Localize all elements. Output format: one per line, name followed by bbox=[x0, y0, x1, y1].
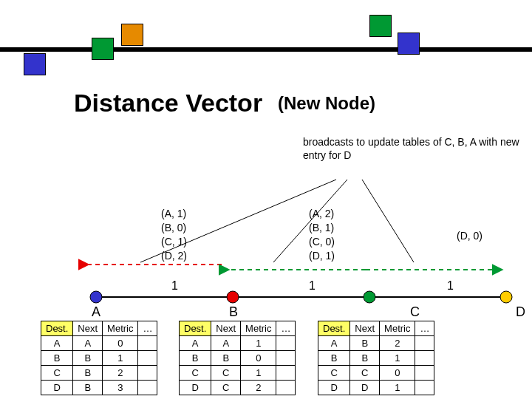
th-dest: Dest. bbox=[318, 321, 350, 336]
table-row: CC1 bbox=[180, 366, 296, 381]
page-subtitle: (New Node) bbox=[278, 93, 375, 114]
table-row: AB2 bbox=[318, 336, 434, 351]
th-more: … bbox=[276, 321, 296, 336]
table-row: BB1 bbox=[318, 351, 434, 366]
description-text-content: broadcasts to update tables of C, B, A w… bbox=[303, 136, 519, 161]
logo-square-green-2 bbox=[369, 15, 392, 37]
vector-list-C: (A, 2) (B, 1) (C, 0) (D, 1) bbox=[309, 207, 335, 263]
table-row: DD1 bbox=[318, 381, 434, 395]
vector-B-0: (A, 1) bbox=[161, 207, 187, 221]
vector-C-3: (D, 1) bbox=[309, 249, 335, 263]
node-label-B: B bbox=[229, 304, 238, 320]
table-row: CC0 bbox=[318, 366, 434, 381]
vector-list-B: (A, 1) (B, 0) (C, 1) (D, 2) bbox=[161, 207, 187, 263]
vector-B-2: (C, 1) bbox=[161, 235, 187, 249]
description-text: broadcasts to update tables of C, B, A w… bbox=[303, 136, 532, 162]
logo-square-green bbox=[92, 38, 114, 60]
table-row: AA1 bbox=[180, 336, 296, 351]
table-row: DB3 bbox=[41, 381, 157, 395]
th-metric: Metric bbox=[380, 321, 415, 336]
routing-table-B: Dest. Next Metric … AA1 BB0 CC1 DC2 bbox=[179, 321, 296, 395]
th-metric: Metric bbox=[241, 321, 276, 336]
th-dest: Dest. bbox=[41, 321, 73, 336]
node-B-dot bbox=[227, 291, 239, 303]
node-D-dot bbox=[500, 291, 512, 303]
header-bar bbox=[0, 47, 532, 52]
node-label-C: C bbox=[410, 304, 420, 320]
table-row: AA0 bbox=[41, 336, 157, 351]
node-A-dot bbox=[90, 291, 102, 303]
edge-weight-BC: 1 bbox=[309, 279, 316, 293]
edge-weight-AB: 1 bbox=[171, 279, 178, 293]
table-row: BB0 bbox=[180, 351, 296, 366]
logo-square-blue bbox=[24, 53, 46, 75]
node-label-D: D bbox=[516, 304, 525, 320]
table-row: CB2 bbox=[41, 366, 157, 381]
vector-C-0: (A, 2) bbox=[309, 207, 335, 221]
routing-table-C: Dest. Next Metric … AB2 BB1 CC0 DD1 bbox=[318, 321, 434, 395]
vector-B-3: (D, 2) bbox=[161, 249, 187, 263]
node-C-dot bbox=[364, 291, 375, 303]
th-more: … bbox=[138, 321, 157, 336]
routing-table-A: Dest. Next Metric … AA0 BB1 CB2 DB3 bbox=[41, 321, 157, 395]
table-row: BB1 bbox=[41, 351, 157, 366]
vector-C-2: (C, 0) bbox=[309, 235, 335, 249]
vector-C-1: (B, 1) bbox=[309, 221, 335, 235]
th-metric: Metric bbox=[103, 321, 138, 336]
vector-list-D: (D, 0) bbox=[457, 229, 482, 243]
th-next: Next bbox=[211, 321, 241, 336]
th-dest: Dest. bbox=[180, 321, 211, 336]
page-title: Distance Vector bbox=[74, 89, 262, 117]
th-more: … bbox=[415, 321, 434, 336]
logo-square-blue-2 bbox=[398, 33, 420, 55]
th-next: Next bbox=[73, 321, 103, 336]
node-label-A: A bbox=[92, 304, 100, 320]
broadcast-line-C bbox=[362, 180, 414, 262]
edge-weight-CD: 1 bbox=[447, 279, 454, 293]
table-row: DC2 bbox=[180, 381, 296, 395]
logo-square-orange bbox=[121, 24, 143, 46]
vector-D-0: (D, 0) bbox=[457, 229, 482, 243]
vector-B-1: (B, 0) bbox=[161, 221, 187, 235]
th-next: Next bbox=[350, 321, 380, 336]
